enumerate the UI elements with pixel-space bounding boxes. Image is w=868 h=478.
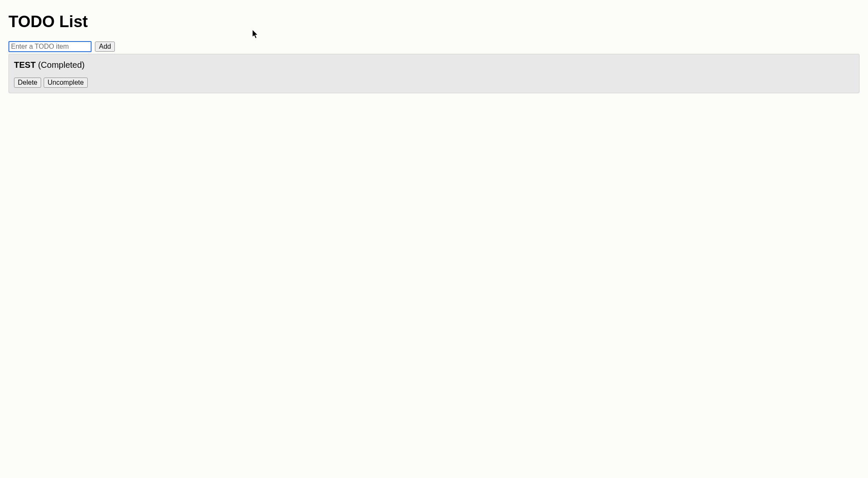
todo-input[interactable] [8,41,92,52]
uncomplete-button[interactable]: Uncomplete [44,78,87,88]
cursor-icon [253,30,259,39]
todo-title: TEST [14,60,36,69]
add-todo-row: Add [8,41,860,52]
todo-item: TEST (Completed) Delete Uncomplete [8,54,860,93]
todo-title-row: TEST (Completed) [14,60,854,70]
todo-status-label: (Completed) [38,60,85,69]
add-button[interactable]: Add [95,42,114,52]
todo-actions: Delete Uncomplete [14,78,854,88]
delete-button[interactable]: Delete [14,78,41,88]
page-title: TODO List [8,13,860,31]
